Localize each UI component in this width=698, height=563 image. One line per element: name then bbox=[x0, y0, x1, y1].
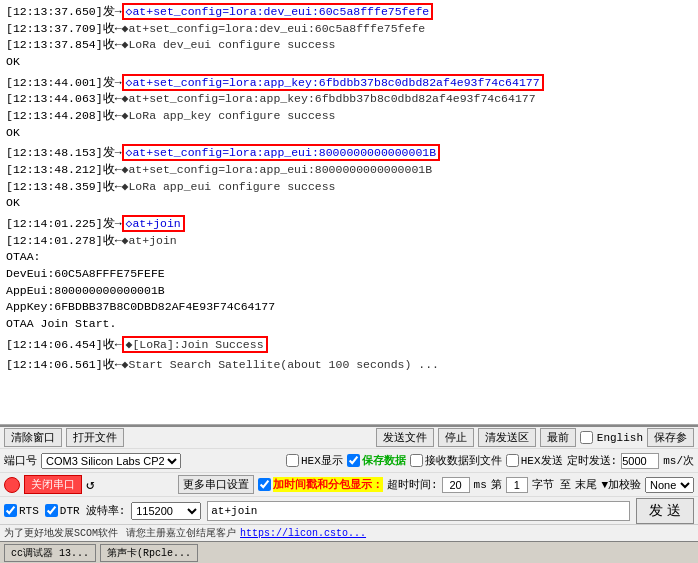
add-time-group: 加时间戳和分包显示： bbox=[258, 477, 383, 492]
sccom-link[interactable]: https://licon.csto... bbox=[240, 528, 366, 539]
taskbar-item-sound[interactable]: 第声卡(Rpcle... bbox=[100, 544, 198, 562]
input-row: RTS DTR 波特率: 115200 发 送 bbox=[0, 497, 698, 525]
save-data-label: 保存数据 bbox=[362, 453, 406, 468]
recv-to-file-label: 接收数据到文件 bbox=[425, 453, 502, 468]
end-label: 末尾 bbox=[575, 477, 597, 492]
save-data-group: 保存数据 bbox=[347, 453, 406, 468]
timeout-input[interactable] bbox=[442, 477, 470, 493]
log-line: [12:14:06.454] 收← ◆[LoRa]:Join Success bbox=[6, 337, 692, 354]
hex-display-group: HEX显示 bbox=[286, 453, 343, 468]
stop-button[interactable]: 停止 bbox=[438, 428, 474, 447]
hex-send-checkbox[interactable] bbox=[506, 454, 519, 467]
checksum-label: ▼加校验 bbox=[601, 477, 641, 492]
clear-window-button[interactable]: 清除窗口 bbox=[4, 428, 62, 447]
timed-send-input[interactable] bbox=[621, 453, 659, 469]
log-line: [12:13:48.359] 收← ◆LoRa app_eui configur… bbox=[6, 179, 692, 196]
bottom-area: 清除窗口 打开文件 发送文件 停止 清发送区 最前 English 保存参 端口… bbox=[0, 425, 698, 563]
sccom-text1: 为了更好地发展SCOM软件 bbox=[4, 526, 118, 540]
add-time-label: 加时间戳和分包显示： bbox=[273, 477, 383, 492]
timed-send-label: 定时发送: bbox=[567, 453, 618, 468]
checksum-select[interactable]: None bbox=[645, 477, 694, 493]
timed-unit-label: ms/次 bbox=[663, 453, 694, 468]
clear-send-button[interactable]: 清发送区 bbox=[478, 428, 536, 447]
close-port-button[interactable]: 关闭串口 bbox=[24, 475, 82, 494]
english-label: English bbox=[597, 432, 643, 444]
log-line: [12:13:37.650] 发→ ◇at+set_config=lora:de… bbox=[6, 4, 692, 21]
hex-display-checkbox[interactable] bbox=[286, 454, 299, 467]
log-multiline: OTAA: DevEui:60C5A8FFFE75FEFE AppEui:800… bbox=[6, 249, 692, 332]
log-line: [12:13:37.854] 收← ◆LoRa dev_eui configur… bbox=[6, 37, 692, 54]
send-file-button[interactable]: 发送文件 bbox=[376, 428, 434, 447]
english-checkbox[interactable] bbox=[580, 431, 593, 444]
hex-send-group: HEX发送 bbox=[506, 453, 563, 468]
port-select[interactable]: COM3 Silicon Labs CP210x U bbox=[41, 453, 181, 469]
recv-to-file-group: 接收数据到文件 bbox=[410, 453, 502, 468]
log-line: [12:13:44.001] 发→ ◇at+set_config=lora:ap… bbox=[6, 75, 692, 92]
more-settings-button[interactable]: 更多串口设置 bbox=[178, 475, 254, 494]
taskbar-item-debug[interactable]: cc调试器 13... bbox=[4, 544, 96, 562]
log-ok: OK bbox=[6, 195, 692, 212]
log-ok: OK bbox=[6, 125, 692, 142]
recv-to-file-checkbox[interactable] bbox=[410, 454, 423, 467]
log-line: [12:13:48.153] 发→ ◇at+set_config=lora:ap… bbox=[6, 145, 692, 162]
port-led bbox=[4, 477, 20, 493]
log-line: [12:13:37.709] 收← ◆at+set_config=lora:de… bbox=[6, 21, 692, 38]
open-file-button[interactable]: 打开文件 bbox=[66, 428, 124, 447]
baud-select[interactable]: 115200 bbox=[131, 502, 201, 520]
rts-label: RTS bbox=[19, 505, 39, 517]
log-line: [12:14:01.225] 发→ ◇at+join bbox=[6, 216, 692, 233]
log-line: [12:13:48.212] 收← ◆at+set_config=lora:ap… bbox=[6, 162, 692, 179]
timeout-label: 超时时间: bbox=[387, 477, 438, 492]
taskbar: cc调试器 13... 第声卡(Rpcle... bbox=[0, 541, 698, 563]
add-time-checkbox[interactable] bbox=[258, 478, 271, 491]
command-input[interactable] bbox=[207, 501, 630, 521]
toolbar-row3: 关闭串口 ↺ 更多串口设置 加时间戳和分包显示： 超时时间: ms 第 字节 至… bbox=[0, 473, 698, 497]
dtr-group: DTR bbox=[45, 504, 80, 517]
dtr-checkbox[interactable] bbox=[45, 504, 58, 517]
toolbar-row1: 清除窗口 打开文件 发送文件 停止 清发送区 最前 English 保存参 bbox=[0, 425, 698, 449]
toolbar-row2: 端口号 COM3 Silicon Labs CP210x U HEX显示 保存数… bbox=[0, 449, 698, 473]
terminal-output: [12:13:37.650] 发→ ◇at+set_config=lora:de… bbox=[0, 0, 698, 425]
hex-send-label: HEX发送 bbox=[521, 453, 563, 468]
log-line: [12:14:01.278] 收← ◆at+join bbox=[6, 233, 692, 250]
log-line: [12:13:44.063] 收← ◆at+set_config=lora:ap… bbox=[6, 91, 692, 108]
dtr-label: DTR bbox=[60, 505, 80, 517]
save-button[interactable]: 保存参 bbox=[647, 428, 694, 447]
hex-display-label: HEX显示 bbox=[301, 453, 343, 468]
sccom-ad: 为了更好地发展SCOM软件 请您主册嘉立创结尾客户 https://licon.… bbox=[0, 525, 698, 541]
port-label: 端口号 bbox=[4, 453, 37, 468]
send-button[interactable]: 发 送 bbox=[636, 498, 694, 524]
log-line: [12:14:06.561] 收← ◆Start Search Satellit… bbox=[6, 357, 692, 374]
log-ok: OK bbox=[6, 54, 692, 71]
log-line: [12:13:44.208] 收← ◆LoRa app_key configur… bbox=[6, 108, 692, 125]
rts-group: RTS bbox=[4, 504, 39, 517]
sccom-text2: 请您主册嘉立创结尾客户 bbox=[126, 526, 236, 540]
last-button[interactable]: 最前 bbox=[540, 428, 576, 447]
refresh-icon[interactable]: ↺ bbox=[86, 476, 94, 493]
byte-label: 字节 至 bbox=[532, 477, 572, 492]
save-data-checkbox[interactable] bbox=[347, 454, 360, 467]
ms-label: ms bbox=[474, 479, 487, 491]
baud-label: 波特率: bbox=[86, 503, 126, 518]
page-input[interactable] bbox=[506, 477, 528, 493]
rts-checkbox[interactable] bbox=[4, 504, 17, 517]
page-label: 第 bbox=[491, 477, 502, 492]
